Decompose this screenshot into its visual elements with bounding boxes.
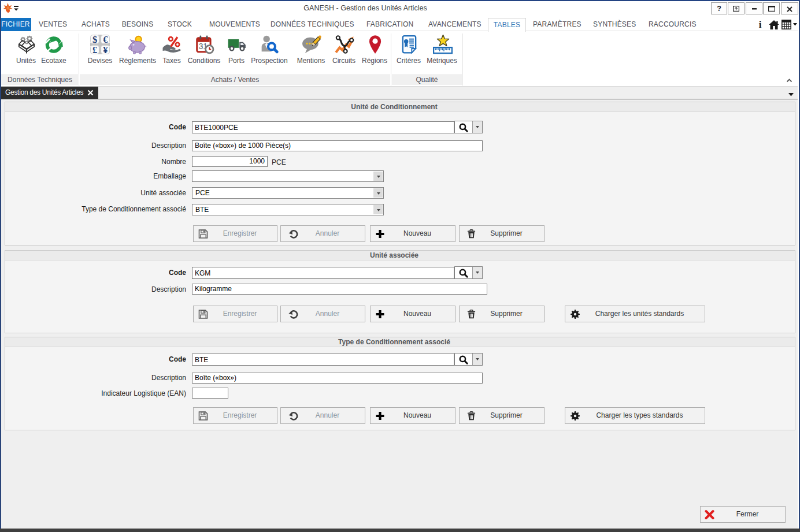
- svg-text:¥: ¥: [103, 44, 108, 54]
- svg-text:£: £: [92, 44, 97, 54]
- svg-text:$: $: [92, 35, 97, 45]
- svg-text:€: €: [103, 35, 108, 45]
